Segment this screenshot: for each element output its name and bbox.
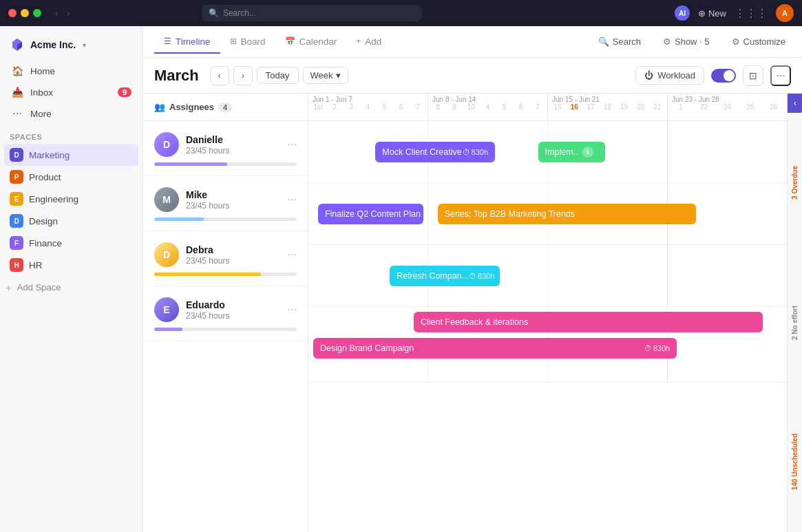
name-debra: Debra bbox=[186, 244, 281, 255]
progress-fill-eduardo bbox=[154, 328, 182, 331]
sliders-icon: ⚙ bbox=[663, 36, 671, 47]
more-label: More bbox=[30, 109, 131, 119]
task-implem[interactable]: Implem.. ℹ bbox=[538, 142, 605, 162]
task-label: Implem.. bbox=[545, 147, 578, 157]
customize-button[interactable]: ⚙ Customize bbox=[726, 34, 791, 50]
progress-fill-debra bbox=[154, 273, 261, 276]
minimize-dot[interactable] bbox=[21, 9, 29, 17]
day-9: 9 bbox=[446, 103, 463, 111]
sidebar-item-finance[interactable]: F Finance bbox=[4, 232, 138, 254]
more-options-button[interactable]: ··· bbox=[770, 65, 791, 86]
timeline-row-mike: Finalize Q2 Content Plan Series: Top B2B… bbox=[308, 183, 787, 245]
brand-logo-icon bbox=[10, 37, 25, 52]
topbar-right: 🔍 Search ⚙ Show · 5 ⚙ Customize bbox=[593, 34, 791, 50]
task-series-b2b[interactable]: Series: Top B2B Marketing Trends bbox=[438, 204, 696, 224]
no-effort-label: 2 No effort bbox=[791, 306, 799, 340]
more-danielle[interactable]: ··· bbox=[288, 138, 297, 151]
spaces-list: D Marketing P Product E Engineering D De… bbox=[0, 144, 143, 276]
search-placeholder: Search... bbox=[223, 8, 256, 18]
sidebar-item-home[interactable]: 🏠 Home bbox=[6, 61, 137, 81]
add-icon: + bbox=[356, 36, 361, 46]
sidebar: Acme Inc. ▾ 🏠 Home 📥 Inbox 9 ⋯ More Spac… bbox=[0, 26, 143, 532]
timeline-header: March ‹ › Today Week ▾ ⏻ Workload bbox=[143, 58, 802, 94]
search-icon: 🔍 bbox=[598, 36, 609, 47]
workload-label: Workload bbox=[657, 70, 695, 81]
finance-badge: F bbox=[10, 236, 23, 250]
progress-debra bbox=[154, 273, 297, 276]
sidebar-item-product[interactable]: P Product bbox=[4, 166, 138, 188]
gridlines-debra bbox=[308, 245, 787, 306]
next-button[interactable]: › bbox=[233, 66, 253, 85]
day-4: 4 bbox=[359, 103, 376, 111]
main-layout: Acme Inc. ▾ 🏠 Home 📥 Inbox 9 ⋯ More Spac… bbox=[0, 26, 802, 532]
tab-calendar[interactable]: 📅 Calendar bbox=[275, 31, 347, 54]
task-finalize-q2[interactable]: Finalize Q2 Content Plan bbox=[318, 204, 423, 224]
task-mock-client[interactable]: Mock Client Creative ⏱ 830h bbox=[375, 142, 495, 162]
tab-timeline[interactable]: ☰ Timeline bbox=[154, 31, 220, 54]
brand-chevron-icon: ▾ bbox=[83, 41, 86, 49]
product-badge: P bbox=[10, 170, 23, 184]
more-debra[interactable]: ··· bbox=[288, 248, 297, 261]
sidebar-item-inbox[interactable]: 📥 Inbox 9 bbox=[6, 82, 137, 103]
timeline-row-danielle: Mock Client Creative ⏱ 830h Implem.. ℹ bbox=[308, 121, 787, 183]
assignees-label: Assignees bbox=[169, 102, 214, 112]
workload-toggle[interactable] bbox=[711, 69, 736, 83]
timeline-icon: ☰ bbox=[164, 36, 171, 46]
hours-mike: 23/45 hours bbox=[186, 201, 281, 211]
maximize-dot[interactable] bbox=[33, 9, 41, 17]
forward-arrow[interactable]: › bbox=[64, 6, 73, 20]
workload-button[interactable]: ⏻ Workload bbox=[635, 66, 704, 85]
assignee-info-mike: M Mike 23/45 hours ··· bbox=[154, 187, 297, 212]
show-button[interactable]: ⚙ Show · 5 bbox=[657, 34, 715, 50]
product-label: Product bbox=[29, 172, 133, 182]
close-dot[interactable] bbox=[8, 9, 17, 17]
assignee-info-debra: D Debra 23/45 hours ··· bbox=[154, 242, 297, 267]
clock-icon: ⏱ bbox=[469, 272, 476, 280]
calendar-tab-label: Calendar bbox=[299, 36, 337, 47]
timeline-dates: Jun 1 - Jun 7 1st 2 3 4 5 6 7 J bbox=[308, 94, 787, 121]
tab-add[interactable]: + Add bbox=[346, 31, 391, 54]
side-label-overdue[interactable]: 3 Overdue bbox=[788, 113, 802, 253]
sidebar-item-engineering[interactable]: E Engineering bbox=[4, 188, 138, 210]
new-button[interactable]: ⊕ New bbox=[698, 8, 726, 19]
left-panel: 👥 Assignees 4 D Danielle 23/45 hours ··· bbox=[143, 94, 308, 532]
sidebar-item-design[interactable]: D Design bbox=[4, 210, 138, 232]
sidebar-item-marketing[interactable]: D Marketing bbox=[4, 144, 138, 166]
add-space-button[interactable]: + Add Space bbox=[0, 277, 143, 297]
marketing-label: Marketing bbox=[29, 150, 133, 160]
week-dropdown[interactable]: Week ▾ bbox=[303, 67, 348, 84]
progress-danielle bbox=[154, 162, 297, 166]
more-eduardo[interactable]: ··· bbox=[288, 304, 297, 316]
today-button[interactable]: Today bbox=[257, 67, 299, 84]
tab-board[interactable]: ⊞ Board bbox=[220, 31, 275, 54]
week-jun15: Jun 15 - Jun 21 15 16 17 18 19 20 21 bbox=[548, 94, 668, 120]
filter-button[interactable]: ⊡ bbox=[743, 65, 763, 86]
sidebar-item-more[interactable]: ⋯ More bbox=[6, 103, 137, 124]
engineering-badge: E bbox=[10, 192, 23, 206]
more-mike[interactable]: ··· bbox=[288, 193, 297, 206]
sidebar-item-hr[interactable]: H HR bbox=[4, 254, 138, 276]
overdue-label: 3 Overdue bbox=[791, 166, 799, 200]
week-label: Week bbox=[310, 70, 333, 81]
task-client-feedback[interactable]: Client Feedback & iterations bbox=[414, 312, 763, 332]
side-label-no-effort[interactable]: 2 No effort bbox=[788, 253, 802, 392]
titlebar: ‹ › 🔍 Search... AI ⊕ New ⋮⋮⋮ A bbox=[0, 0, 802, 26]
side-label-unscheduled[interactable]: 140 Unscheduled bbox=[788, 392, 802, 532]
task-design-brand[interactable]: Design Brand Campaign ⏱ 830h bbox=[313, 338, 677, 359]
task-refresh-company[interactable]: Refresh Compan... ⏱ 830h bbox=[390, 266, 500, 286]
user-avatar[interactable]: A bbox=[776, 4, 794, 22]
grid-icon[interactable]: ⋮⋮⋮ bbox=[735, 7, 768, 20]
progress-fill-mike bbox=[154, 217, 204, 221]
titlebar-search[interactable]: 🔍 Search... bbox=[202, 5, 422, 21]
add-space-label: Add Space bbox=[17, 282, 61, 292]
brand[interactable]: Acme Inc. ▾ bbox=[0, 32, 143, 61]
progress-fill-danielle bbox=[154, 162, 227, 166]
prev-button[interactable]: ‹ bbox=[210, 66, 229, 85]
show-label: Show · 5 bbox=[675, 36, 710, 47]
collapse-button[interactable]: ‹ bbox=[788, 94, 802, 113]
timeline-title: March bbox=[154, 67, 199, 85]
task-hours: ⏱ 830h bbox=[463, 148, 488, 156]
search-button[interactable]: 🔍 Search bbox=[593, 34, 646, 50]
hours-debra: 23/45 hours bbox=[186, 256, 281, 266]
back-arrow[interactable]: ‹ bbox=[52, 6, 61, 20]
